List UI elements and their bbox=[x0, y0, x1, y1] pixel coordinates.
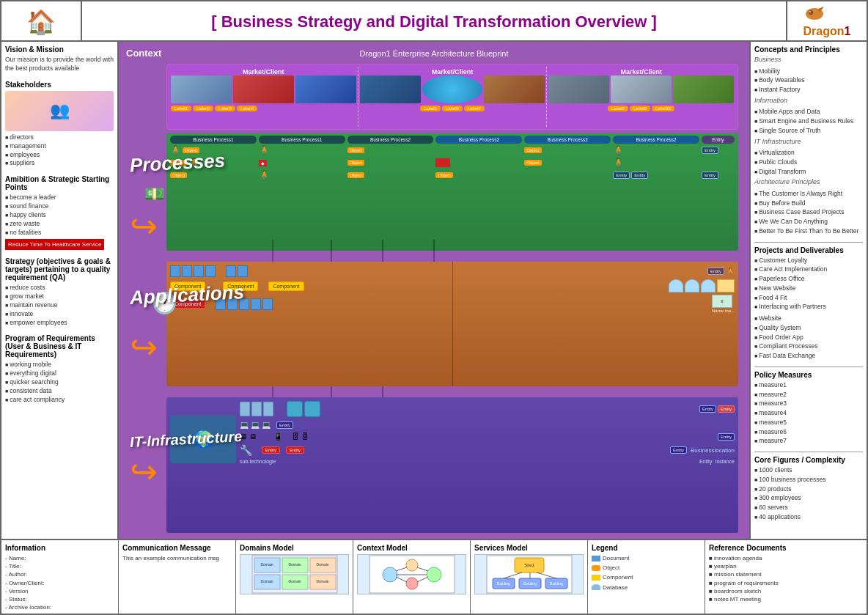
footer-services: Services Model Site1 Building Building B… bbox=[471, 540, 588, 615]
list-item: care act compliancy bbox=[5, 396, 114, 405]
footer-information: Information - Name: - Title: - Author: -… bbox=[1, 540, 119, 615]
market-images-3 bbox=[548, 76, 734, 103]
oval-label: Label4 bbox=[237, 106, 257, 111]
vertical-guide bbox=[452, 262, 453, 386]
process-cell: Entity Entity bbox=[613, 170, 699, 180]
app-entity-row: Entity 🧍 bbox=[707, 265, 735, 277]
market-img bbox=[295, 76, 356, 103]
list-item: Mobile Apps and Data bbox=[754, 107, 863, 117]
list-item: ■ yearplan bbox=[709, 562, 825, 570]
server-icon bbox=[251, 402, 262, 416]
object-label: Object bbox=[347, 160, 364, 166]
policy-title: Policy Measures bbox=[754, 371, 863, 379]
list-item: measure7 bbox=[754, 436, 863, 446]
left-sidebar: Vision & Mission Our mission is to provi… bbox=[1, 42, 119, 539]
list-icon-area: ≡ Name me... bbox=[712, 295, 735, 313]
market-img bbox=[673, 76, 734, 103]
footer-info-content: - Name: - Title: - Author: - Owner/Clien… bbox=[5, 554, 114, 611]
legend-label: Database bbox=[603, 583, 628, 592]
footer-domains-img: Domain Domain Domain Domain Domain Domai… bbox=[240, 554, 349, 594]
domains-diagram: Domain Domain Domain Domain Domain Domai… bbox=[251, 554, 339, 594]
doc-icon bbox=[238, 265, 248, 277]
legend-color-obj bbox=[592, 565, 600, 571]
component-box: Component bbox=[268, 281, 304, 291]
page-title: [ Business Strategy and Digital Transfor… bbox=[211, 12, 657, 32]
infra-sublabel: Businesslocation bbox=[691, 447, 735, 454]
process-cell: Object bbox=[347, 170, 434, 180]
list-item: sound finance bbox=[5, 202, 114, 211]
process-cell: Object bbox=[347, 145, 434, 155]
market-img bbox=[548, 76, 609, 103]
process-cell bbox=[435, 158, 522, 168]
process-cell: Object bbox=[524, 158, 611, 168]
program-section: Program of Requirements (User & Business… bbox=[5, 334, 114, 404]
strategy-section: Strategy (objectives & goals & targets) … bbox=[5, 257, 114, 327]
process-cell: Entity bbox=[702, 145, 735, 155]
list-item: Mobility bbox=[754, 67, 863, 76]
doc-icon bbox=[262, 298, 273, 310]
list-item: Interfacing with Partners bbox=[754, 302, 863, 312]
envelope-icon bbox=[717, 279, 735, 292]
dragon1-blueprint-label: Dragon1 Enterprise Architecture Blueprin… bbox=[360, 49, 509, 58]
sub-entity-label: Instance bbox=[716, 459, 735, 464]
db-icon bbox=[701, 279, 716, 292]
market-labels-1: Label1 Label2 Label3 Label4 bbox=[171, 106, 356, 111]
object-label: Object bbox=[524, 160, 541, 166]
app-doc-row-2 bbox=[226, 265, 248, 277]
list-item: become a leader bbox=[5, 194, 114, 202]
projects-list-2: Website Quality System Food Order App Co… bbox=[754, 314, 863, 361]
list-item: working mobile bbox=[5, 361, 114, 369]
computer-icon: 🖥 bbox=[249, 432, 257, 441]
infra-storage bbox=[287, 401, 320, 417]
list-item: zero waste bbox=[5, 220, 114, 229]
concepts-section: Concepts and Principles Business Mobilit… bbox=[754, 45, 863, 236]
footer-info-title: Information bbox=[5, 544, 114, 552]
list-item: grow market bbox=[5, 292, 114, 301]
header-brand: Dragon1 bbox=[786, 1, 867, 42]
money-icon: 💵 bbox=[144, 185, 164, 204]
process-header: Business Process2 bbox=[347, 136, 434, 144]
svg-point-28 bbox=[406, 578, 418, 589]
list-item: 20 products bbox=[754, 485, 863, 494]
projects-list-1: Customer Loyalty Care Act Implementation… bbox=[754, 256, 863, 312]
list-item: Body Wearables bbox=[754, 76, 863, 85]
process-header: Business Process2 bbox=[524, 136, 611, 144]
entity-label: Entity bbox=[276, 421, 293, 429]
market-img bbox=[233, 76, 294, 103]
list-item: Compliant Processes bbox=[754, 342, 863, 351]
list-item: Instant Factory bbox=[754, 85, 863, 95]
projects-title: Projects and Deliverables bbox=[754, 246, 863, 254]
list-item: 100 business processes bbox=[754, 475, 863, 485]
list-item: no fatalities bbox=[5, 229, 114, 237]
list-item: Food 4 Fit bbox=[754, 293, 863, 303]
oval-label: Label3 bbox=[215, 106, 235, 111]
policy-list: measure1 measure2 measure3 measure4 meas… bbox=[754, 380, 863, 446]
infra-row-4: 🔧 Entity Entity Entity Businesslocation bbox=[166, 442, 738, 457]
highlight-label: Reduce Time To Healthcare Service bbox=[5, 239, 104, 250]
process-header: Business Process1 bbox=[259, 136, 345, 144]
process-row-2: Object 🧍 ◆ Object Object bbox=[166, 158, 738, 168]
blueprint-area: Market/Client Label1 Label2 Label3 Label… bbox=[126, 64, 742, 531]
process-cell bbox=[524, 170, 611, 180]
ambition-section: Amibition & Strategic Starting Points be… bbox=[5, 175, 114, 250]
footer-domains-title: Domains Model bbox=[240, 544, 349, 552]
entity-label: Entity bbox=[613, 172, 630, 179]
list-item: measure4 bbox=[754, 408, 863, 418]
footer-services-img: Site1 Building Building Building bbox=[474, 554, 584, 594]
list-item: Care Act Implementation bbox=[754, 265, 863, 274]
stakeholders-list: directors management employees suppliers bbox=[5, 133, 114, 169]
footer-comm-title: Communication Message bbox=[122, 544, 232, 552]
list-item: 300 employees bbox=[754, 493, 863, 503]
red-shape bbox=[435, 158, 450, 167]
legend-item: Document bbox=[592, 554, 701, 562]
entity-label: Entity bbox=[718, 433, 735, 441]
phone-icon: 📱 bbox=[273, 432, 282, 441]
footer: Information - Name: - Title: - Author: -… bbox=[1, 540, 867, 615]
concepts-content: Business Mobility Body Wearables Instant… bbox=[754, 55, 863, 236]
legend-color-db bbox=[592, 584, 600, 590]
svg-point-3 bbox=[809, 11, 811, 12]
list-item: The Customer Is Always Right bbox=[754, 189, 863, 199]
entity-label: Entity bbox=[699, 405, 716, 413]
db-icon bbox=[685, 279, 699, 292]
list-item: Public Clouds bbox=[754, 158, 863, 167]
